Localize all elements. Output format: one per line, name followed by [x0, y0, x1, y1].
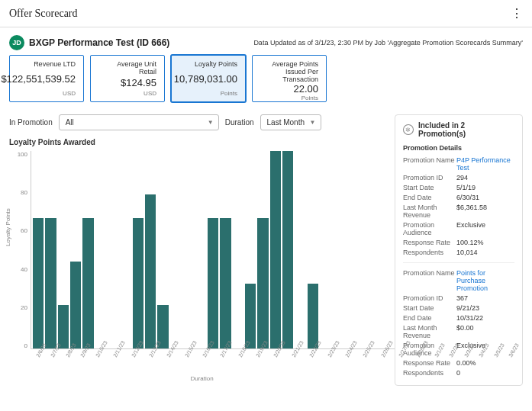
- promotion-field: End Date10/31/22: [403, 314, 514, 322]
- page-header: Offer Scorecard ⋮: [0, 0, 532, 27]
- promotion-value: 294: [456, 174, 514, 181]
- metric-card-3[interactable]: Average Points Issued Per Transaction22.…: [252, 55, 327, 102]
- metric-card-0[interactable]: Revenue LTD$122,551,539.52USD: [9, 55, 84, 102]
- chevron-down-icon: ▼: [310, 119, 316, 126]
- data-timestamp: Data Updated as of 3/1/23, 2:30 PM by Jo…: [253, 39, 523, 47]
- promotion-field: Last Month Revenue$0.00: [403, 324, 514, 339]
- promotion-field: Promotion ID367: [403, 294, 514, 302]
- bar[interactable]: [270, 151, 281, 348]
- duration-label: Duration: [225, 118, 254, 127]
- promotion-value: 100.12%: [456, 239, 514, 246]
- entity-title: BXGP Performance Test (ID 666): [29, 37, 169, 48]
- promotion-value: 5/1/19: [456, 184, 514, 191]
- bar[interactable]: [257, 218, 268, 348]
- chevron-down-icon: ▼: [208, 119, 214, 126]
- promotion-field: Respondents10,014: [403, 249, 514, 256]
- more-menu-icon[interactable]: ⋮: [511, 6, 523, 21]
- y-tick: 40: [21, 266, 27, 273]
- y-tick: 80: [21, 189, 27, 196]
- bar[interactable]: [220, 218, 231, 348]
- y-axis: 100806040200: [9, 151, 31, 349]
- metric-unit: Points: [301, 95, 318, 101]
- filter-row: In Promotion All ▼ Duration Last Month ▼: [0, 111, 395, 138]
- promotion-field: Promotion NamePoints for Purchase Promot…: [403, 269, 514, 292]
- promotion-value: 6/30/31: [456, 194, 514, 201]
- promotion-value: $0.00: [456, 324, 514, 339]
- bar[interactable]: [45, 218, 56, 348]
- plot-area: [31, 151, 395, 349]
- promotion-field: Promotion AudienceExclusive: [403, 221, 514, 236]
- title-bar: JD BXGP Performance Test (ID 666) Data U…: [0, 27, 532, 55]
- promotion-field: Promotion ID294: [403, 174, 514, 181]
- promotion-field: Last Month Revenue$6,361.58: [403, 204, 514, 219]
- metric-card-2[interactable]: Loyalty Points10,789,031.00Points: [171, 55, 246, 102]
- chart-title: Loyalty Points Awarded: [9, 138, 395, 146]
- x-axis: 2/6/232/7/232/8/232/9/232/10/232/11/232/…: [31, 349, 395, 372]
- bar[interactable]: [282, 151, 293, 348]
- divider: [403, 262, 514, 263]
- side-subheading: Promotion Details: [403, 144, 514, 152]
- y-tick: 20: [21, 304, 27, 311]
- side-panel-header: ✲ Included in 2 Promotion(s): [403, 121, 514, 138]
- x-axis-label: Duration: [9, 375, 395, 382]
- promotion-field: Response Rate100.12%: [403, 239, 514, 246]
- page-title: Offer Scorecard: [9, 8, 78, 20]
- bar[interactable]: [208, 218, 218, 348]
- promotion-value: 10,014: [456, 249, 514, 256]
- bar[interactable]: [82, 218, 93, 348]
- entity-badge-icon: JD: [9, 35, 24, 50]
- metric-value: 10,789,031.00: [174, 73, 237, 85]
- metric-label: Average Unit Retail: [98, 60, 156, 75]
- promotion-value: 10/31/22: [456, 314, 514, 322]
- y-tick: 0: [24, 342, 27, 349]
- gear-icon: ✲: [403, 124, 414, 135]
- duration-select[interactable]: Last Month ▼: [260, 114, 321, 130]
- metric-unit: USD: [143, 90, 156, 97]
- bar[interactable]: [58, 305, 69, 348]
- metric-value: 22.00: [293, 83, 318, 95]
- bar[interactable]: [133, 218, 143, 348]
- promotion-link[interactable]: Points for Purchase Promotion: [456, 269, 514, 292]
- in-promotion-label: In Promotion: [9, 118, 53, 127]
- metric-label: Revenue LTD: [34, 60, 76, 68]
- metric-label: Average Points Issued Per Transaction: [260, 60, 318, 83]
- metric-cards: Revenue LTD$122,551,539.52USDAverage Uni…: [0, 55, 532, 111]
- promotion-field: Respondents0: [403, 369, 514, 377]
- promotion-field: Start Date9/21/23: [403, 304, 514, 312]
- metric-value: $124.95: [121, 77, 156, 88]
- y-tick: 100: [18, 151, 27, 158]
- promotion-value: Exclusive: [456, 221, 514, 236]
- in-promotion-select[interactable]: All ▼: [59, 114, 219, 130]
- metric-unit: USD: [63, 90, 76, 97]
- bar[interactable]: [308, 284, 318, 348]
- bar[interactable]: [245, 284, 256, 348]
- promotion-value: 0: [456, 369, 514, 377]
- metric-value: $122,551,539.52: [1, 73, 76, 85]
- promotion-value: 9/21/23: [456, 304, 514, 312]
- chart-area: Loyalty Points Awarded Loyalty Points 10…: [9, 138, 395, 382]
- bar[interactable]: [145, 194, 156, 348]
- promotion-field: Start Date5/1/19: [403, 184, 514, 191]
- metric-card-1[interactable]: Average Unit Retail$124.95USD: [90, 55, 165, 102]
- promotion-value: $6,361.58: [456, 204, 514, 219]
- promotion-field: End Date6/30/31: [403, 194, 514, 201]
- y-tick: 60: [21, 227, 27, 234]
- bar[interactable]: [70, 262, 81, 348]
- promotion-value: 367: [456, 294, 514, 302]
- metric-unit: Points: [221, 90, 237, 97]
- bar[interactable]: [33, 218, 44, 348]
- promotion-link[interactable]: P4P Performance Test: [456, 156, 514, 172]
- promotion-field: Promotion NameP4P Performance Test: [403, 156, 514, 172]
- metric-label: Loyalty Points: [195, 60, 237, 68]
